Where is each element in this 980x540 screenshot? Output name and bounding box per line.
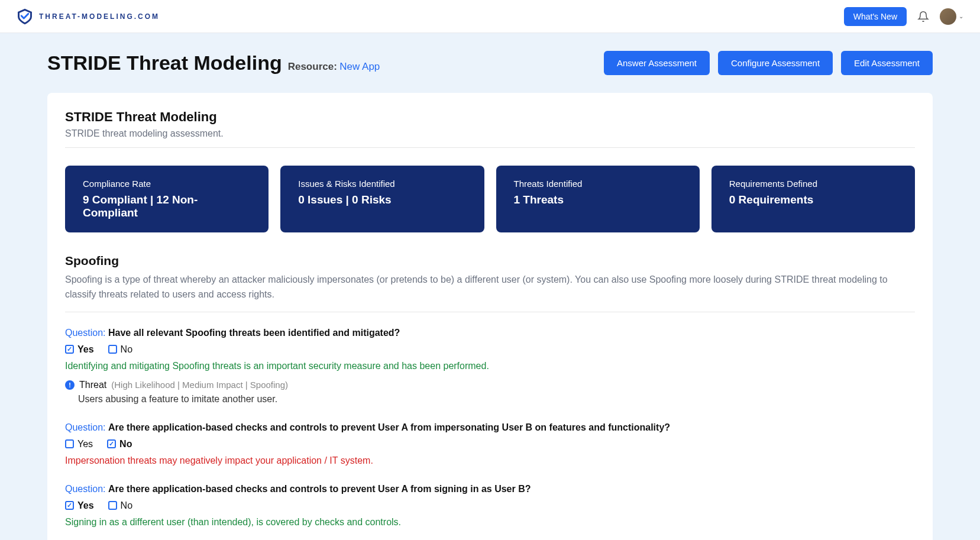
resource-label: Resource: (288, 61, 337, 72)
info-icon: ! (65, 380, 75, 390)
stats-row: Compliance Rate 9 Compliant | 12 Non-Com… (65, 166, 915, 232)
stat-issues: Issues & Risks Identified 0 Issues | 0 R… (280, 166, 484, 232)
topbar: THREAT-MODELING.COM What's New ⌄ (0, 0, 980, 33)
question-line: Question: Are there application-based ch… (65, 484, 915, 494)
threat-meta: (High Likelihood | Medium Impact | Spoof… (111, 380, 288, 390)
page-header: STRIDE Threat Modeling Resource: New App… (47, 51, 933, 75)
answer-label: Yes (77, 500, 94, 511)
edit-assessment-button[interactable]: Edit Assessment (841, 51, 933, 75)
section-title: Spoofing (65, 254, 915, 268)
brand[interactable]: THREAT-MODELING.COM (17, 8, 160, 25)
answer-label: No (121, 500, 132, 511)
stat-threats: Threats Identified 1 Threats (496, 166, 700, 232)
notification-bell-icon[interactable] (917, 11, 929, 22)
chevron-down-icon: ⌄ (959, 13, 963, 20)
checkbox-unchecked-icon (108, 501, 117, 510)
header-actions: Answer Assessment Configure Assessment E… (604, 51, 933, 75)
stat-requirements: Requirements Defined 0 Requirements (711, 166, 915, 232)
checkbox-checked-icon (65, 501, 74, 510)
answer-no[interactable]: No (108, 500, 132, 511)
topbar-right: What's New ⌄ (844, 7, 963, 26)
question-prefix: Question: (65, 484, 105, 494)
checkbox-checked-icon (65, 345, 74, 354)
question-text: Are there application-based checks and c… (108, 422, 670, 432)
question-block: Question: Have all relevant Spoofing thr… (65, 328, 915, 405)
stat-compliance: Compliance Rate 9 Compliant | 12 Non-Com… (65, 166, 269, 232)
stat-label: Compliance Rate (83, 179, 251, 189)
answer-no[interactable]: No (108, 344, 132, 355)
answer-row: Yes No (65, 500, 915, 511)
stat-value: 0 Requirements (729, 193, 897, 206)
stat-label: Requirements Defined (729, 179, 897, 189)
answer-yes[interactable]: Yes (65, 500, 94, 511)
checkbox-unchecked-icon (65, 439, 74, 448)
checkbox-unchecked-icon (108, 345, 117, 354)
answer-label: Yes (77, 439, 93, 450)
user-menu[interactable]: ⌄ (940, 8, 963, 25)
stat-value: 1 Threats (514, 193, 682, 206)
question-prefix: Question: (65, 328, 105, 338)
answer-label: Yes (77, 344, 94, 355)
assessment-card: STRIDE Threat Modeling STRIDE threat mod… (47, 93, 933, 540)
threat-line: ! Threat (High Likelihood | Medium Impac… (65, 380, 915, 390)
answer-row: Yes No (65, 344, 915, 355)
card-title: STRIDE Threat Modeling (65, 109, 915, 125)
page-title: STRIDE Threat Modeling (47, 51, 282, 75)
page-title-wrap: STRIDE Threat Modeling Resource: New App (47, 51, 380, 75)
feedback-positive: Identifying and mitigating Spoofing thre… (65, 361, 915, 371)
stat-label: Issues & Risks Identified (298, 179, 466, 189)
answer-label: No (119, 439, 132, 450)
avatar (940, 8, 956, 25)
feedback-positive: Signing in as a different user (than int… (65, 517, 915, 528)
question-line: Question: Are there application-based ch… (65, 422, 915, 433)
question-text: Have all relevant Spoofing threats been … (108, 328, 400, 338)
threat-description: Users abusing a feature to imitate anoth… (65, 394, 915, 405)
answer-no[interactable]: No (107, 439, 132, 450)
answer-row: Yes No (65, 439, 915, 450)
resource-link[interactable]: New App (339, 61, 380, 72)
question-prefix: Question: (65, 422, 105, 432)
stat-value: 0 Issues | 0 Risks (298, 193, 466, 206)
configure-assessment-button[interactable]: Configure Assessment (718, 51, 833, 75)
question-block: Question: Are there application-based ch… (65, 422, 915, 466)
answer-assessment-button[interactable]: Answer Assessment (604, 51, 710, 75)
stat-value: 9 Compliant | 12 Non-Compliant (83, 193, 251, 219)
shield-logo-icon (17, 8, 33, 25)
question-line: Question: Have all relevant Spoofing thr… (65, 328, 915, 338)
question-text: Are there application-based checks and c… (108, 484, 531, 494)
whats-new-button[interactable]: What's New (844, 7, 907, 26)
page-content: STRIDE Threat Modeling Resource: New App… (0, 33, 980, 540)
answer-label: No (121, 344, 132, 355)
stat-label: Threats Identified (514, 179, 682, 189)
feedback-negative: Impersonation threats may negatively imp… (65, 455, 915, 466)
threat-label: Threat (79, 380, 106, 390)
checkbox-checked-icon (107, 439, 116, 448)
answer-yes[interactable]: Yes (65, 439, 93, 450)
card-subtitle: STRIDE threat modeling assessment. (65, 128, 915, 148)
question-block: Question: Are there application-based ch… (65, 484, 915, 528)
section-description: Spoofing is a type of threat whereby an … (65, 273, 915, 312)
brand-text: THREAT-MODELING.COM (39, 12, 160, 21)
answer-yes[interactable]: Yes (65, 344, 94, 355)
